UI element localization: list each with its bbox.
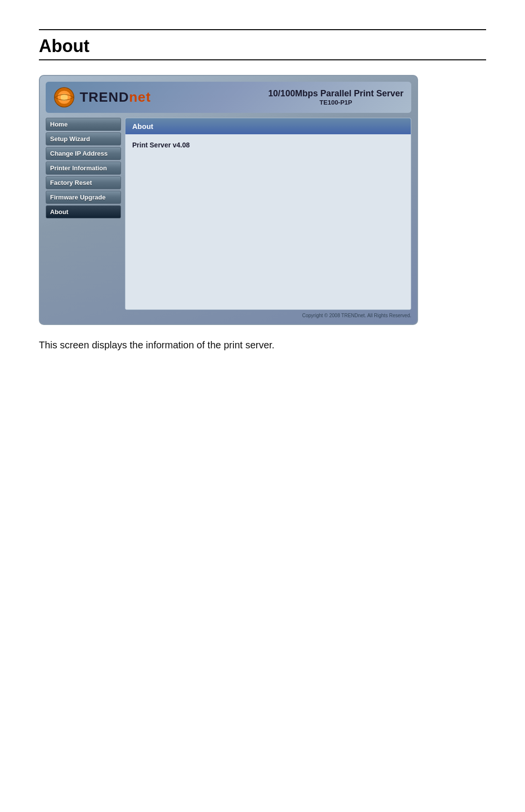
sidebar-item-about[interactable]: About bbox=[46, 205, 121, 218]
sidebar-item-factory-reset[interactable]: Factory Reset bbox=[46, 176, 121, 189]
content-panel: About Print Server v4.08 bbox=[125, 118, 411, 310]
logo-net: net bbox=[129, 90, 151, 105]
sidebar-item-printer-info[interactable]: Printer Information bbox=[46, 162, 121, 175]
logo-area: TRENDnet bbox=[53, 87, 151, 108]
router-header: TRENDnet 10/100Mbps Parallel Print Serve… bbox=[46, 82, 411, 113]
sidebar-item-setup-wizard[interactable]: Setup Wizard bbox=[46, 132, 121, 145]
sidebar-item-change-ip[interactable]: Change IP Address bbox=[46, 147, 121, 160]
page-description: This screen displays the information of … bbox=[39, 340, 486, 351]
product-model: TE100-P1P bbox=[268, 99, 403, 106]
router-ui-container: TRENDnet 10/100Mbps Parallel Print Serve… bbox=[39, 75, 418, 325]
router-footer: Copyright © 2008 TRENDnet. All Rights Re… bbox=[46, 310, 411, 318]
router-body: Home Setup Wizard Change IP Address Prin… bbox=[46, 118, 411, 310]
sidebar-item-home[interactable]: Home bbox=[46, 118, 121, 131]
trendnet-logo-icon bbox=[53, 87, 75, 108]
content-header: About bbox=[125, 118, 411, 134]
content-body: Print Server v4.08 bbox=[125, 134, 411, 309]
page-title: About bbox=[39, 29, 486, 56]
sidebar-item-firmware-upgrade[interactable]: Firmware Upgrade bbox=[46, 191, 121, 204]
product-title: 10/100Mbps Parallel Print Server bbox=[268, 89, 403, 99]
version-text: Print Server v4.08 bbox=[132, 141, 404, 149]
logo-trend: TREND bbox=[80, 90, 129, 105]
sidebar: Home Setup Wizard Change IP Address Prin… bbox=[46, 118, 121, 310]
header-product-info: 10/100Mbps Parallel Print Server TE100-P… bbox=[268, 89, 403, 106]
logo-text: TRENDnet bbox=[80, 90, 151, 105]
